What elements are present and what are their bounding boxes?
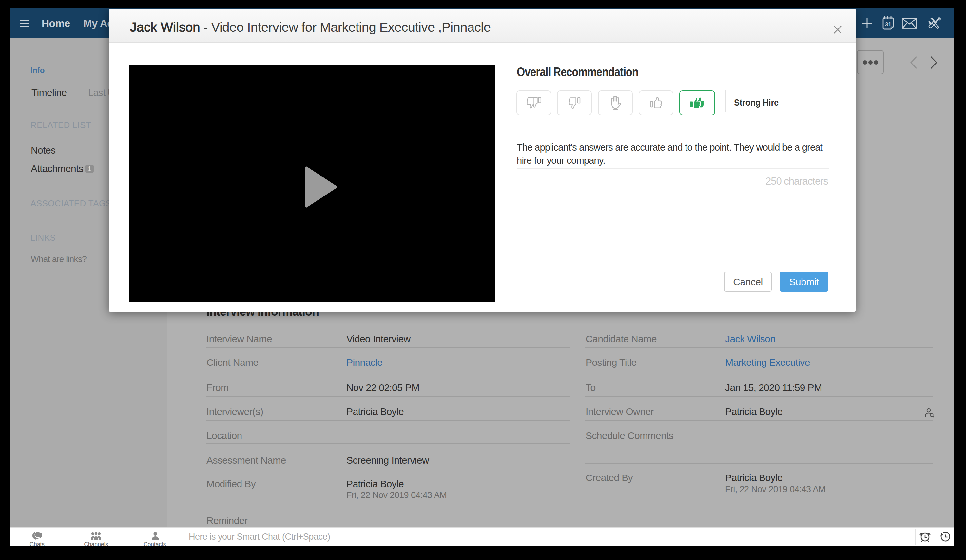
svg-text:31: 31 [885,21,891,28]
